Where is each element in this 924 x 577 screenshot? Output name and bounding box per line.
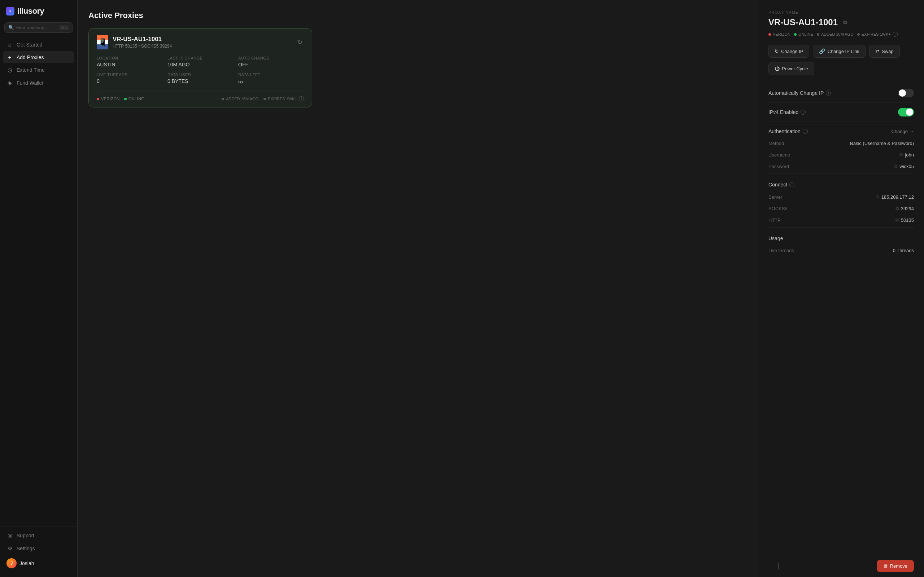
copy-password-button[interactable]: ⧉ bbox=[894, 163, 897, 169]
socks5-value: ⧉ 39294 bbox=[895, 206, 914, 211]
change-ip-link-button[interactable]: 🔗 Change IP Link bbox=[813, 45, 866, 58]
panel-status-dot bbox=[794, 33, 796, 36]
search-shortcut: ⌘K bbox=[59, 25, 69, 30]
server-value: ⧉ 185.209.177.12 bbox=[876, 194, 914, 200]
socks5-row: SOCKS5 ⧉ 39294 bbox=[769, 203, 914, 214]
ipv4-enabled-label: IPv4 Enabled i bbox=[769, 109, 806, 115]
panel-expires-tag: EXPIRES 1WK+ i bbox=[857, 32, 898, 37]
expires-dot bbox=[263, 98, 266, 100]
search-icon: 🔍 bbox=[8, 25, 14, 30]
carrier-dot bbox=[97, 98, 99, 100]
meta-row: ADDED 18M AGO EXPIRES 1WK+ i bbox=[221, 96, 304, 102]
connect-info-icon[interactable]: i bbox=[789, 182, 795, 187]
arrow-right-icon: → bbox=[909, 129, 914, 134]
method-label: Method bbox=[769, 141, 784, 146]
auto-change-info-icon[interactable]: i bbox=[826, 90, 831, 95]
proxy-title-row: 📱 VR-US-AU1-1001 HTTP 50135 • SOCKS5 392… bbox=[97, 35, 172, 49]
copy-server-button[interactable]: ⧉ bbox=[876, 194, 879, 200]
expires-tag: EXPIRES 1WK+ i bbox=[263, 96, 304, 102]
sidebar-item-settings[interactable]: ⚙ Settings bbox=[3, 542, 74, 554]
sidebar-item-label: Extend Time bbox=[16, 67, 45, 73]
auto-change-ip-toggle[interactable] bbox=[898, 89, 914, 97]
proxy-flag-icon: 📱 bbox=[97, 35, 108, 49]
sidebar-item-label: Fund Wallet bbox=[16, 80, 43, 86]
authentication-label: Authentication i bbox=[769, 128, 808, 134]
main-area: Active Proxies 📱 VR-US-AU1-1001 HTTP 501… bbox=[78, 0, 758, 577]
copy-username-button[interactable]: ⧉ bbox=[900, 152, 903, 158]
user-profile[interactable]: J Josiah bbox=[3, 555, 74, 571]
authentication-section-header: Authentication i Change → bbox=[769, 122, 914, 138]
proxy-info: VR-US-AU1-1001 HTTP 50135 • SOCKS5 39294 bbox=[113, 36, 172, 49]
connect-label: Connect i bbox=[769, 182, 795, 187]
remove-button[interactable]: 🗑 Remove bbox=[877, 560, 914, 572]
wallet-icon: ◈ bbox=[6, 80, 13, 86]
sidebar-item-label: Add Proxies bbox=[16, 55, 44, 60]
method-value: Basic (Username & Password) bbox=[850, 141, 914, 146]
panel-carrier-tag: VERIZON bbox=[769, 32, 790, 36]
auth-info-icon[interactable]: i bbox=[803, 129, 808, 134]
added-tag: ADDED 18M AGO bbox=[221, 97, 258, 101]
gear-icon: ⚙ bbox=[6, 545, 13, 552]
change-ip-button[interactable]: ↻ Change IP bbox=[769, 45, 809, 58]
sidebar-bottom: ◎ Support ⚙ Settings J Josiah bbox=[0, 526, 77, 577]
stat-data-left: DATA LEFT ∞ bbox=[238, 73, 304, 86]
proxy-stats: LOCATION AUSTIN LAST IP CHANGE 10M AGO A… bbox=[97, 56, 304, 86]
panel-bottom: →| 🗑 Remove bbox=[758, 554, 924, 577]
server-row: Server ⧉ 185.209.177.12 bbox=[769, 191, 914, 203]
http-label: HTTP bbox=[769, 218, 781, 223]
power-cycle-button[interactable]: ⏻ Power Cycle bbox=[769, 62, 814, 75]
proxy-card-subtitle: HTTP 50135 • SOCKS5 39294 bbox=[113, 44, 172, 49]
carrier-tag: VERIZON bbox=[97, 97, 120, 101]
swap-button[interactable]: ⇄ Swap bbox=[869, 45, 900, 58]
tag-row: VERIZON ONLINE bbox=[97, 97, 144, 101]
sidebar-item-add-proxies[interactable]: + Add Proxies bbox=[3, 51, 74, 63]
authentication-change-link[interactable]: Change → bbox=[891, 129, 914, 134]
usage-section-header: Usage bbox=[769, 229, 914, 245]
search-bar[interactable]: 🔍 ⌘K bbox=[4, 23, 73, 33]
panel-expires-dot bbox=[857, 33, 860, 36]
search-input[interactable] bbox=[16, 25, 57, 30]
logo: ✦ illusory bbox=[0, 0, 77, 21]
action-buttons-row2: ⏻ Power Cycle bbox=[769, 62, 914, 75]
username: Josiah bbox=[19, 561, 34, 566]
proxy-name-label: PROXY NAME bbox=[769, 10, 914, 15]
panel-status-tag: ONLINE bbox=[794, 32, 813, 36]
method-row: Method Basic (Username & Password) bbox=[769, 138, 914, 149]
stat-last-ip: LAST IP CHANGE 10M AGO bbox=[168, 56, 233, 68]
copy-http-button[interactable]: ⧉ bbox=[895, 217, 899, 223]
added-dot bbox=[221, 98, 224, 100]
expires-info-icon[interactable]: i bbox=[299, 96, 304, 102]
copy-proxy-name-button[interactable]: ⧉ bbox=[842, 19, 848, 26]
refresh-button[interactable]: ↻ bbox=[296, 37, 304, 48]
auto-change-ip-label: Automatically Change IP i bbox=[769, 90, 831, 96]
ipv4-info-icon[interactable]: i bbox=[801, 110, 806, 115]
sidebar: ✦ illusory 🔍 ⌘K ⌂ Get Started + Add Prox… bbox=[0, 0, 78, 577]
connect-section-header: Connect i bbox=[769, 175, 914, 191]
support-icon: ◎ bbox=[6, 532, 13, 539]
live-threads-label: Live threads bbox=[769, 248, 794, 253]
collapse-panel-button[interactable]: →| bbox=[769, 561, 782, 571]
sidebar-item-fund-wallet[interactable]: ◈ Fund Wallet bbox=[3, 77, 74, 89]
password-value: ⧉ wick05 bbox=[894, 163, 914, 169]
usage-label: Usage bbox=[769, 235, 783, 241]
panel-added-tag: ADDED 18M AGO bbox=[817, 32, 854, 36]
sidebar-item-label: Settings bbox=[16, 546, 35, 551]
proxy-card-footer: VERIZON ONLINE ADDED 18M AGO EXPIRES 1WK… bbox=[97, 92, 304, 102]
divider2 bbox=[769, 227, 914, 227]
http-row: HTTP ⧉ 50135 bbox=[769, 214, 914, 226]
sidebar-item-support[interactable]: ◎ Support bbox=[3, 529, 74, 542]
link-icon: 🔗 bbox=[819, 48, 825, 54]
proxy-card-header: 📱 VR-US-AU1-1001 HTTP 50135 • SOCKS5 392… bbox=[97, 35, 304, 49]
status-dot bbox=[124, 98, 127, 100]
sidebar-item-extend-time[interactable]: ◷ Extend Time bbox=[3, 64, 74, 76]
live-threads-row: Live threads 0 Threads bbox=[769, 245, 914, 256]
proxy-card-name: VR-US-AU1-1001 bbox=[113, 36, 172, 43]
right-panel: PROXY NAME VR-US-AU1-1001 ⧉ VERIZON ONLI… bbox=[758, 0, 924, 577]
logo-text: illusory bbox=[17, 6, 44, 16]
panel-expires-info-icon[interactable]: i bbox=[893, 32, 898, 37]
copy-socks5-button[interactable]: ⧉ bbox=[895, 206, 899, 211]
ipv4-toggle[interactable] bbox=[898, 108, 914, 116]
password-row: Password ⧉ wick05 bbox=[769, 161, 914, 172]
sidebar-item-get-started[interactable]: ⌂ Get Started bbox=[3, 39, 74, 50]
sidebar-item-label: Support bbox=[16, 533, 34, 538]
